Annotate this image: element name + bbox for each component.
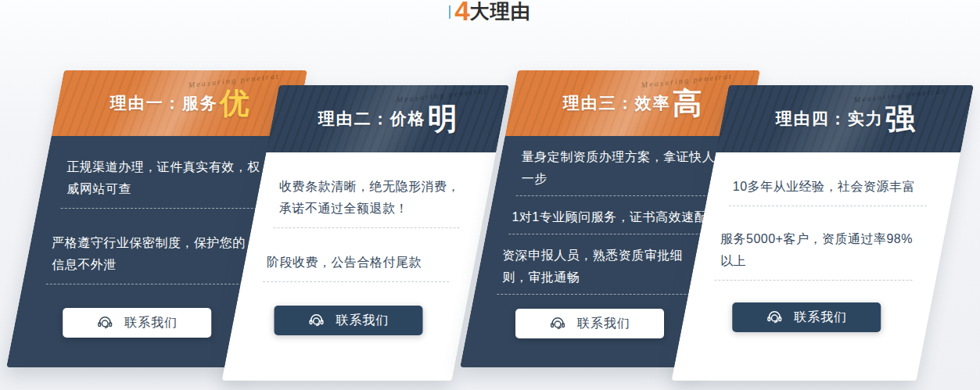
dashed-divider: [497, 294, 694, 295]
card-4-title: 理由四：实力强: [775, 104, 914, 134]
contact-button-label: 联系我们: [336, 313, 389, 329]
page-title: 4大理由: [0, 0, 980, 27]
card-3-title: 理由三：效率高: [563, 88, 702, 118]
dashed-divider: [714, 280, 913, 281]
card-4-item: 服务5000+客户，资质通过率98%以上: [720, 228, 919, 272]
card-1-item: 严格遵守行业保密制度，保护您的信息不外泄: [52, 232, 249, 276]
dashed-divider: [273, 227, 459, 228]
dashed-divider: [509, 234, 705, 234]
dashed-divider: [729, 206, 928, 206]
card-3-title-prefix: 理由三：效率: [563, 92, 671, 114]
contact-button[interactable]: 联系我们: [63, 308, 211, 338]
card-3-item: 1对1专业顾问服务，证书高效速配: [512, 206, 709, 228]
card-2-title-accent: 明: [428, 104, 458, 134]
card-3-title-accent: 高: [673, 88, 702, 118]
card-1-item: 正规渠道办理，证件真实有效，权威网站可查: [66, 156, 264, 200]
card-3-item: 资深申报人员，熟悉资质审批细则，审批通畅: [503, 245, 699, 288]
card-4-item: 10多年从业经验，社会资源丰富: [732, 176, 931, 198]
contact-button[interactable]: 联系我们: [274, 306, 422, 335]
title-text: 大理由: [470, 0, 531, 22]
dashed-divider: [45, 284, 242, 284]
dashed-divider: [60, 208, 257, 209]
contact-button[interactable]: 联系我们: [732, 302, 881, 332]
contact-button-label: 联系我们: [124, 315, 178, 331]
card-1-header: Measuring penetrat 理由一：服务优: [52, 70, 307, 136]
card-4-header: Measuring penetrat 理由四：实力强: [716, 85, 974, 152]
card-4-title-accent: 强: [885, 104, 914, 134]
title-number: 4: [454, 0, 469, 26]
card-2-title-prefix: 理由二：价格: [318, 108, 426, 130]
dashed-divider: [263, 281, 449, 282]
contact-button-label: 联系我们: [794, 309, 847, 326]
headset-icon: [766, 309, 783, 326]
card-2-body: 收费条款清晰，绝无隐形消费，承诺不通过全额退款！ 阶段收费，公告合格付尾款 联系…: [222, 152, 497, 381]
card-2-item: 收费条款清晰，绝无隐形消费，承诺不通过全额退款！: [279, 176, 465, 220]
contact-button-label: 联系我们: [577, 316, 630, 332]
headset-icon: [549, 315, 566, 332]
card-1-title-accent: 优: [219, 88, 249, 118]
contact-button[interactable]: 联系我们: [515, 309, 664, 338]
reasons-section: 4大理由 Measuring penetrat 理由一：服务优 正规渠道办理，证…: [0, 0, 980, 390]
card-1-title: 理由一：服务优: [109, 88, 249, 118]
headset-icon: [307, 312, 325, 329]
card-2-header: Measuring penetrat 理由二：价格明: [266, 85, 509, 152]
card-4-body: 10多年从业经验，社会资源丰富 服务5000+客户，资质通过率98%以上 联系我…: [672, 152, 961, 381]
card-4-title-prefix: 理由四：实力: [775, 108, 883, 130]
card-1-title-prefix: 理由一：服务: [109, 92, 217, 114]
dashed-divider: [516, 195, 713, 196]
card-2-title: 理由二：价格明: [318, 104, 458, 134]
title-tick-bar: [449, 5, 451, 19]
card-3-item: 量身定制资质办理方案，拿证快人一步: [522, 146, 718, 190]
headset-icon: [96, 314, 113, 331]
card-2-item: 阶段收费，公告合格付尾款: [267, 252, 453, 274]
